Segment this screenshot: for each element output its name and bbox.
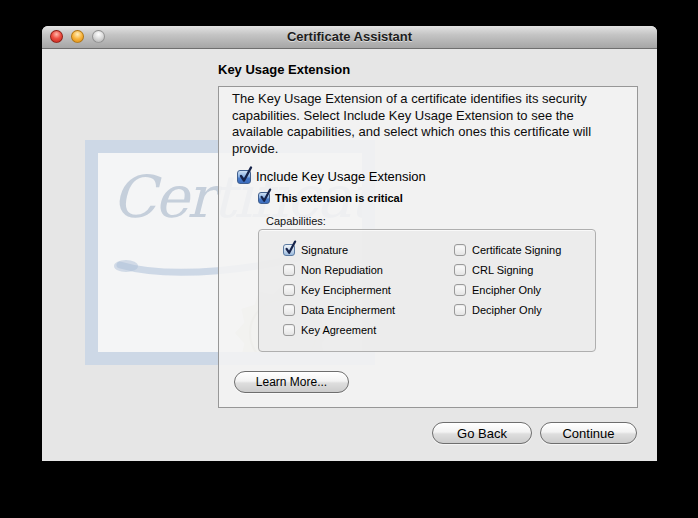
checkbox-unchecked-icon[interactable] xyxy=(283,264,295,276)
capability-crl-signing[interactable]: CRL Signing xyxy=(454,263,561,276)
checkbox-checked-icon[interactable] xyxy=(237,170,251,184)
capability-decipher-only[interactable]: Decipher Only xyxy=(454,303,561,316)
continue-button[interactable]: Continue xyxy=(540,422,637,444)
extension-is-critical-checkbox[interactable]: This extension is critical xyxy=(258,192,403,204)
close-window-icon[interactable] xyxy=(50,30,63,43)
capabilities-groupbox: Signature Non Repudiation Key Encipherme… xyxy=(258,229,596,352)
checkbox-checked-icon[interactable] xyxy=(258,192,270,204)
checkbox-unchecked-icon[interactable] xyxy=(454,264,466,276)
checkbox-unchecked-icon[interactable] xyxy=(283,304,295,316)
checkbox-label: Data Encipherment xyxy=(301,304,395,316)
checkbox-unchecked-icon[interactable] xyxy=(283,284,295,296)
checkbox-checked-icon[interactable] xyxy=(283,244,295,256)
capabilities-label: Capabilities: xyxy=(266,215,326,227)
checkbox-label: Signature xyxy=(301,244,348,256)
checkbox-label: Include Key Usage Extension xyxy=(256,169,426,184)
checkbox-unchecked-icon[interactable] xyxy=(454,284,466,296)
capability-certificate-signing[interactable]: Certificate Signing xyxy=(454,243,561,256)
include-key-usage-extension-checkbox[interactable]: Include Key Usage Extension xyxy=(237,169,426,184)
key-usage-extension-panel: The Key Usage Extension of a certificate… xyxy=(218,86,638,408)
description-text: The Key Usage Extension of a certificate… xyxy=(232,91,618,157)
capability-data-encipherment[interactable]: Data Encipherment xyxy=(283,303,395,316)
capability-non-repudiation[interactable]: Non Repudiation xyxy=(283,263,395,276)
checkbox-unchecked-icon[interactable] xyxy=(283,324,295,336)
checkbox-label: Key Agreement xyxy=(301,324,376,336)
checkbox-label: CRL Signing xyxy=(472,264,533,276)
checkbox-label: Certificate Signing xyxy=(472,244,561,256)
checkbox-label: This extension is critical xyxy=(275,192,403,204)
learn-more-button[interactable]: Learn More... xyxy=(234,371,349,393)
checkbox-label: Encipher Only xyxy=(472,284,541,296)
checkbox-label: Key Encipherment xyxy=(301,284,391,296)
zoom-window-icon-disabled xyxy=(92,30,105,43)
capabilities-right-column: Certificate Signing CRL Signing Encipher… xyxy=(454,243,561,316)
certificate-assistant-window: Certificate Assistant Certificate Key Us… xyxy=(42,26,657,461)
window-title: Certificate Assistant xyxy=(42,26,657,48)
go-back-button[interactable]: Go Back xyxy=(432,422,532,444)
checkbox-label: Decipher Only xyxy=(472,304,542,316)
traffic-lights xyxy=(50,30,105,43)
capabilities-left-column: Signature Non Repudiation Key Encipherme… xyxy=(283,243,395,336)
capability-key-encipherment[interactable]: Key Encipherment xyxy=(283,283,395,296)
checkbox-label: Non Repudiation xyxy=(301,264,383,276)
checkbox-unchecked-icon[interactable] xyxy=(454,244,466,256)
checkbox-unchecked-icon[interactable] xyxy=(454,304,466,316)
window-titlebar[interactable]: Certificate Assistant xyxy=(42,26,657,49)
page-title: Key Usage Extension xyxy=(218,62,350,77)
minimize-window-icon[interactable] xyxy=(71,30,84,43)
capability-key-agreement[interactable]: Key Agreement xyxy=(283,323,395,336)
capability-encipher-only[interactable]: Encipher Only xyxy=(454,283,561,296)
screenshot-canvas: Certificate Assistant Certificate Key Us… xyxy=(0,0,698,518)
capability-signature[interactable]: Signature xyxy=(283,243,395,256)
